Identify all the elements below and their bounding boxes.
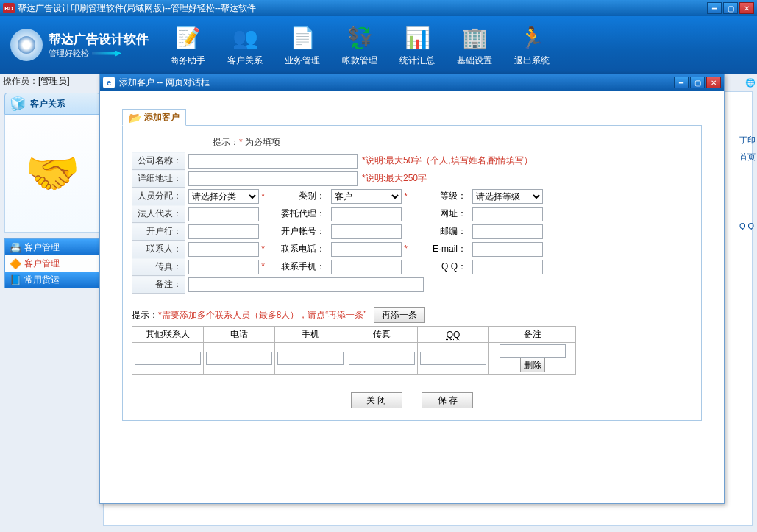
folder-icon: 📂 — [129, 112, 141, 124]
label-category: 人员分配： — [132, 188, 185, 205]
input-remark[interactable] — [188, 277, 424, 292]
form-table: 公司名称： *说明:最大50字（个人,填写姓名,酌情填写） 详细地址： *说明:… — [132, 152, 546, 294]
label-fax: 传真： — [132, 258, 185, 276]
input-company[interactable] — [188, 154, 358, 169]
label-site: 网址： — [411, 205, 469, 223]
note-company: *说明:最大50字（个人,填写姓名,酌情填写） — [362, 155, 533, 166]
close-button[interactable]: ✕ — [739, 2, 754, 14]
hint-multi-contact: 提示：*需要添加多个联系人员（最多8人），请点“再添一条” 再添一条 — [132, 307, 692, 323]
money-icon: 💱 — [345, 24, 374, 53]
card-icon: 📇 — [10, 242, 21, 253]
cube-icon: 🧊 — [10, 96, 26, 112]
row-rem-input[interactable] — [500, 344, 566, 358]
add-customer-dialog: e 添加客户 -- 网页对话框 ━ ▢ ✕ 📂添加客户 提示：* 为必填项 公司… — [99, 74, 725, 504]
right-markers: 🌐 丁印 首页 Q Q — [736, 75, 756, 233]
row-delete-button[interactable]: 删除 — [520, 358, 545, 372]
label-qq: Q Q： — [411, 258, 469, 276]
app-title: 帮达广告设计印刷管理软件(局域网版)--管理好轻松--帮达软件 — [18, 2, 256, 15]
row-other-input[interactable] — [135, 352, 201, 365]
side-panel: 🧊客户关系 🤝 📇客户管理 🔶客户管理 📘常用货运 — [0, 88, 103, 532]
select-grade[interactable]: 请选择等级 — [472, 189, 543, 204]
row-qq-input[interactable] — [420, 352, 486, 365]
toolbar-stats[interactable]: 📊统计汇总 — [388, 24, 446, 67]
input-legal[interactable] — [188, 207, 259, 221]
label-legal: 法人代表： — [132, 205, 185, 223]
app-toolbar: 帮达广告设计软件 管理好轻松 📝商务助手 👥客户关系 📄业务管理 💱帐款管理 📊… — [0, 16, 757, 74]
side-image: 🤝 — [4, 115, 100, 233]
col-tel: 电话 — [204, 327, 275, 343]
close-form-button[interactable]: 关 闭 — [351, 392, 402, 408]
label-remark: 备注： — [132, 276, 185, 294]
toolbar-exit[interactable]: 🏃退出系统 — [503, 24, 561, 67]
input-site[interactable] — [472, 207, 543, 221]
gear-icon — [10, 29, 43, 61]
input-zip[interactable] — [472, 224, 543, 239]
label-agent: 委托代理： — [268, 205, 328, 223]
app-icon: BD — [3, 3, 15, 13]
maximize-button[interactable]: ▢ — [723, 2, 738, 14]
add-row-button[interactable]: 再添一条 — [374, 307, 425, 323]
col-mob: 手机 — [275, 327, 346, 343]
table-row: 删除 — [132, 343, 576, 375]
col-rem: 备注 — [489, 327, 576, 343]
logo-title: 帮达广告设计软件 — [49, 31, 149, 48]
row-mob-input[interactable] — [277, 352, 344, 365]
doc-icon: 📄 — [288, 24, 317, 53]
logo-subtitle: 管理好轻松 — [49, 48, 149, 59]
input-phone[interactable] — [331, 242, 402, 257]
ie-icon: e — [103, 77, 115, 88]
label-account: 开户帐号： — [268, 223, 328, 241]
dialog-maximize-button[interactable]: ▢ — [690, 77, 705, 88]
label-contact: 联系人： — [132, 241, 185, 258]
button-row: 关 闭 保 存 — [132, 392, 692, 408]
settings-icon: 🏢 — [460, 24, 489, 53]
side-item-customer-blue[interactable]: 📇客户管理 — [5, 239, 99, 255]
side-item-shipping[interactable]: 📘常用货运 — [5, 272, 99, 288]
people-icon: 👥 — [230, 24, 260, 53]
dialog-title: 添加客户 -- 网页对话框 — [119, 77, 210, 89]
diamond-icon: 🔶 — [10, 258, 21, 269]
arrow-icon — [92, 51, 121, 57]
exit-icon: 🏃 — [517, 24, 547, 53]
app-titlebar: BD 帮达广告设计印刷管理软件(局域网版)--管理好轻松--帮达软件 ━ ▢ ✕ — [0, 0, 757, 16]
select-type[interactable]: 客户 — [331, 189, 402, 204]
select-category[interactable]: 请选择分类 — [188, 189, 259, 204]
label-mobile: 联系手机： — [268, 258, 328, 276]
minimize-button[interactable]: ━ — [707, 2, 722, 14]
input-bank[interactable] — [188, 224, 259, 239]
row-tel-input[interactable] — [206, 352, 272, 365]
contacts-table: 其他联系人 电话 手机 传真 QQ 备注 删除 — [132, 326, 576, 375]
col-fax: 传真 — [346, 327, 418, 343]
label-phone: 联系电话： — [268, 241, 328, 258]
tab-add-customer[interactable]: 📂添加客户 — [122, 109, 186, 126]
toolbar-crm[interactable]: 👥客户关系 — [216, 24, 274, 67]
hint-required: 提示：* 为必填项 — [213, 136, 692, 149]
side-item-customer-red[interactable]: 🔶客户管理 — [5, 255, 99, 272]
book-icon: 📘 — [10, 274, 21, 285]
toolbar-account[interactable]: 💱帐款管理 — [331, 24, 388, 67]
label-grade: 等级： — [411, 188, 469, 205]
dialog-minimize-button[interactable]: ━ — [674, 77, 689, 88]
label-address: 详细地址： — [132, 170, 185, 188]
input-agent[interactable] — [331, 207, 402, 221]
dialog-close-button[interactable]: ✕ — [706, 77, 721, 88]
col-qq: QQ — [418, 327, 489, 343]
toolbar-biz-manage[interactable]: 📄业务管理 — [274, 24, 331, 67]
input-fax[interactable] — [188, 260, 259, 274]
note-icon: 📝 — [173, 24, 202, 53]
input-contact[interactable] — [188, 242, 259, 257]
toolbar-biz-helper[interactable]: 📝商务助手 — [159, 24, 216, 67]
input-qq[interactable] — [472, 260, 543, 274]
label-company: 公司名称： — [132, 152, 185, 170]
dialog-titlebar: e 添加客户 -- 网页对话框 ━ ▢ ✕ — [100, 74, 724, 91]
note-address: *说明:最大250字 — [362, 173, 427, 183]
input-mobile[interactable] — [331, 260, 402, 274]
input-email[interactable] — [472, 242, 543, 257]
input-account[interactable] — [331, 224, 402, 239]
input-address[interactable] — [188, 171, 358, 186]
row-fax-input[interactable] — [349, 352, 415, 365]
side-header: 🧊客户关系 — [4, 93, 100, 115]
toolbar-settings[interactable]: 🏢基础设置 — [446, 24, 503, 67]
label-bank: 开户行： — [132, 223, 185, 241]
save-button[interactable]: 保 存 — [422, 392, 473, 408]
